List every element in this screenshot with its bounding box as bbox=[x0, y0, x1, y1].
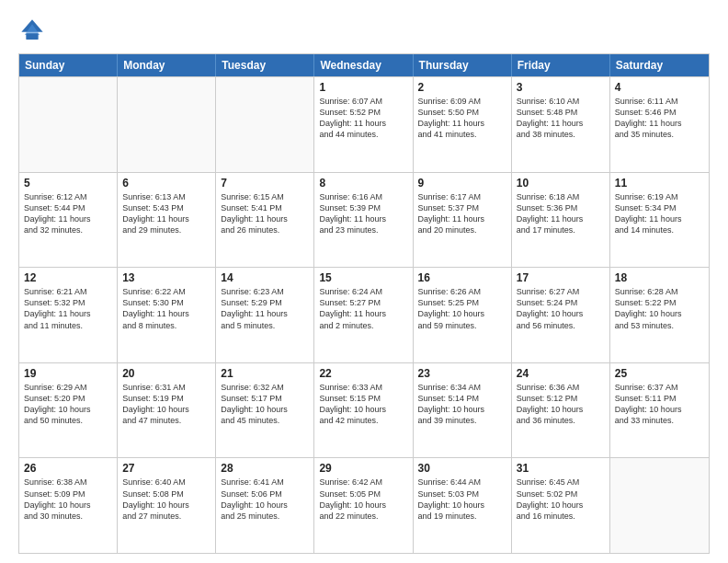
day-number: 19 bbox=[24, 367, 112, 380]
calendar-cell: 20Sunrise: 6:31 AM Sunset: 5:19 PM Dayli… bbox=[118, 363, 216, 458]
svg-rect-2 bbox=[26, 33, 38, 40]
calendar-header-row: SundayMondayTuesdayWednesdayThursdayFrid… bbox=[19, 54, 709, 76]
day-info: Sunrise: 6:18 AM Sunset: 5:36 PM Dayligh… bbox=[517, 191, 605, 236]
calendar-cell: 21Sunrise: 6:32 AM Sunset: 5:17 PM Dayli… bbox=[216, 363, 314, 458]
day-info: Sunrise: 6:38 AM Sunset: 5:09 PM Dayligh… bbox=[24, 477, 112, 522]
calendar-cell: 10Sunrise: 6:18 AM Sunset: 5:36 PM Dayli… bbox=[512, 173, 610, 268]
day-number: 30 bbox=[418, 462, 506, 475]
calendar-cell: 9Sunrise: 6:17 AM Sunset: 5:37 PM Daylig… bbox=[414, 173, 512, 268]
page: SundayMondayTuesdayWednesdayThursdayFrid… bbox=[0, 0, 728, 563]
day-number: 23 bbox=[418, 367, 506, 380]
day-info: Sunrise: 6:21 AM Sunset: 5:32 PM Dayligh… bbox=[24, 286, 112, 331]
day-info: Sunrise: 6:07 AM Sunset: 5:52 PM Dayligh… bbox=[319, 96, 407, 141]
calendar-cell: 7Sunrise: 6:15 AM Sunset: 5:41 PM Daylig… bbox=[216, 173, 314, 268]
day-number: 8 bbox=[319, 177, 407, 190]
day-info: Sunrise: 6:40 AM Sunset: 5:08 PM Dayligh… bbox=[122, 477, 210, 522]
calendar-cell: 4Sunrise: 6:11 AM Sunset: 5:46 PM Daylig… bbox=[610, 77, 709, 172]
calendar-cell: 28Sunrise: 6:41 AM Sunset: 5:06 PM Dayli… bbox=[216, 458, 314, 553]
calendar-cell: 24Sunrise: 6:36 AM Sunset: 5:12 PM Dayli… bbox=[512, 363, 610, 458]
calendar-cell: 8Sunrise: 6:16 AM Sunset: 5:39 PM Daylig… bbox=[314, 173, 413, 268]
day-number: 26 bbox=[24, 462, 112, 475]
day-info: Sunrise: 6:31 AM Sunset: 5:19 PM Dayligh… bbox=[122, 382, 210, 427]
logo-icon bbox=[18, 17, 46, 44]
calendar-cell: 26Sunrise: 6:38 AM Sunset: 5:09 PM Dayli… bbox=[19, 458, 118, 553]
day-info: Sunrise: 6:36 AM Sunset: 5:12 PM Dayligh… bbox=[517, 382, 605, 427]
calendar-cell: 17Sunrise: 6:27 AM Sunset: 5:24 PM Dayli… bbox=[512, 268, 610, 362]
cal-header-cell: Tuesday bbox=[216, 54, 314, 76]
day-number: 28 bbox=[221, 462, 309, 475]
day-number: 31 bbox=[517, 462, 605, 475]
day-number: 20 bbox=[122, 367, 210, 380]
day-info: Sunrise: 6:12 AM Sunset: 5:44 PM Dayligh… bbox=[24, 191, 112, 236]
day-number: 11 bbox=[615, 177, 704, 190]
day-number: 18 bbox=[615, 271, 704, 284]
calendar-cell: 22Sunrise: 6:33 AM Sunset: 5:15 PM Dayli… bbox=[314, 363, 413, 458]
day-info: Sunrise: 6:16 AM Sunset: 5:39 PM Dayligh… bbox=[319, 191, 407, 236]
calendar-cell: 25Sunrise: 6:37 AM Sunset: 5:11 PM Dayli… bbox=[610, 363, 709, 458]
day-info: Sunrise: 6:22 AM Sunset: 5:30 PM Dayligh… bbox=[122, 286, 210, 331]
calendar-cell: 12Sunrise: 6:21 AM Sunset: 5:32 PM Dayli… bbox=[19, 268, 118, 362]
calendar-row: 1Sunrise: 6:07 AM Sunset: 5:52 PM Daylig… bbox=[19, 76, 709, 172]
day-number: 24 bbox=[517, 367, 605, 380]
calendar-row: 26Sunrise: 6:38 AM Sunset: 5:09 PM Dayli… bbox=[19, 457, 709, 553]
day-info: Sunrise: 6:13 AM Sunset: 5:43 PM Dayligh… bbox=[122, 191, 210, 236]
day-number: 1 bbox=[319, 81, 407, 94]
calendar-cell: 29Sunrise: 6:42 AM Sunset: 5:05 PM Dayli… bbox=[314, 458, 413, 553]
day-info: Sunrise: 6:34 AM Sunset: 5:14 PM Dayligh… bbox=[418, 382, 506, 427]
day-info: Sunrise: 6:37 AM Sunset: 5:11 PM Dayligh… bbox=[615, 382, 704, 427]
cal-header-cell: Sunday bbox=[19, 54, 118, 76]
calendar-cell: 13Sunrise: 6:22 AM Sunset: 5:30 PM Dayli… bbox=[118, 268, 216, 362]
day-number: 10 bbox=[517, 177, 605, 190]
day-number: 2 bbox=[418, 81, 506, 94]
calendar-cell: 18Sunrise: 6:28 AM Sunset: 5:22 PM Dayli… bbox=[610, 268, 709, 362]
day-number: 14 bbox=[221, 271, 309, 284]
day-number: 25 bbox=[615, 367, 704, 380]
day-number: 4 bbox=[615, 81, 704, 94]
day-number: 27 bbox=[122, 462, 210, 475]
header bbox=[18, 17, 710, 44]
calendar-body: 1Sunrise: 6:07 AM Sunset: 5:52 PM Daylig… bbox=[19, 76, 709, 553]
cal-header-cell: Monday bbox=[118, 54, 216, 76]
cal-header-cell: Saturday bbox=[610, 54, 709, 76]
calendar-cell: 2Sunrise: 6:09 AM Sunset: 5:50 PM Daylig… bbox=[414, 77, 512, 172]
day-info: Sunrise: 6:23 AM Sunset: 5:29 PM Dayligh… bbox=[221, 286, 309, 331]
calendar-cell: 15Sunrise: 6:24 AM Sunset: 5:27 PM Dayli… bbox=[314, 268, 413, 362]
day-number: 9 bbox=[418, 177, 506, 190]
day-info: Sunrise: 6:42 AM Sunset: 5:05 PM Dayligh… bbox=[319, 477, 407, 522]
calendar-row: 12Sunrise: 6:21 AM Sunset: 5:32 PM Dayli… bbox=[19, 267, 709, 362]
calendar-cell bbox=[118, 77, 216, 172]
calendar-cell: 1Sunrise: 6:07 AM Sunset: 5:52 PM Daylig… bbox=[314, 77, 413, 172]
day-info: Sunrise: 6:11 AM Sunset: 5:46 PM Dayligh… bbox=[615, 96, 704, 141]
calendar-cell bbox=[19, 77, 118, 172]
day-number: 22 bbox=[319, 367, 407, 380]
calendar-cell: 19Sunrise: 6:29 AM Sunset: 5:20 PM Dayli… bbox=[19, 363, 118, 458]
calendar-cell: 11Sunrise: 6:19 AM Sunset: 5:34 PM Dayli… bbox=[610, 173, 709, 268]
day-number: 15 bbox=[319, 271, 407, 284]
day-info: Sunrise: 6:29 AM Sunset: 5:20 PM Dayligh… bbox=[24, 382, 112, 427]
day-number: 5 bbox=[24, 177, 112, 190]
day-info: Sunrise: 6:24 AM Sunset: 5:27 PM Dayligh… bbox=[319, 286, 407, 331]
day-number: 29 bbox=[319, 462, 407, 475]
day-number: 17 bbox=[517, 271, 605, 284]
day-number: 16 bbox=[418, 271, 506, 284]
calendar-cell: 23Sunrise: 6:34 AM Sunset: 5:14 PM Dayli… bbox=[414, 363, 512, 458]
day-number: 3 bbox=[517, 81, 605, 94]
day-info: Sunrise: 6:19 AM Sunset: 5:34 PM Dayligh… bbox=[615, 191, 704, 236]
cal-header-cell: Friday bbox=[512, 54, 610, 76]
day-info: Sunrise: 6:09 AM Sunset: 5:50 PM Dayligh… bbox=[418, 96, 506, 141]
calendar-cell: 30Sunrise: 6:44 AM Sunset: 5:03 PM Dayli… bbox=[414, 458, 512, 553]
calendar-cell: 6Sunrise: 6:13 AM Sunset: 5:43 PM Daylig… bbox=[118, 173, 216, 268]
day-number: 21 bbox=[221, 367, 309, 380]
day-info: Sunrise: 6:44 AM Sunset: 5:03 PM Dayligh… bbox=[418, 477, 506, 522]
logo bbox=[18, 17, 50, 44]
cal-header-cell: Thursday bbox=[414, 54, 512, 76]
day-info: Sunrise: 6:10 AM Sunset: 5:48 PM Dayligh… bbox=[517, 96, 605, 141]
day-number: 7 bbox=[221, 177, 309, 190]
calendar: SundayMondayTuesdayWednesdayThursdayFrid… bbox=[18, 53, 710, 554]
calendar-row: 19Sunrise: 6:29 AM Sunset: 5:20 PM Dayli… bbox=[19, 362, 709, 458]
calendar-row: 5Sunrise: 6:12 AM Sunset: 5:44 PM Daylig… bbox=[19, 172, 709, 268]
calendar-cell: 16Sunrise: 6:26 AM Sunset: 5:25 PM Dayli… bbox=[414, 268, 512, 362]
calendar-cell: 31Sunrise: 6:45 AM Sunset: 5:02 PM Dayli… bbox=[512, 458, 610, 553]
day-info: Sunrise: 6:26 AM Sunset: 5:25 PM Dayligh… bbox=[418, 286, 506, 331]
day-info: Sunrise: 6:17 AM Sunset: 5:37 PM Dayligh… bbox=[418, 191, 506, 236]
